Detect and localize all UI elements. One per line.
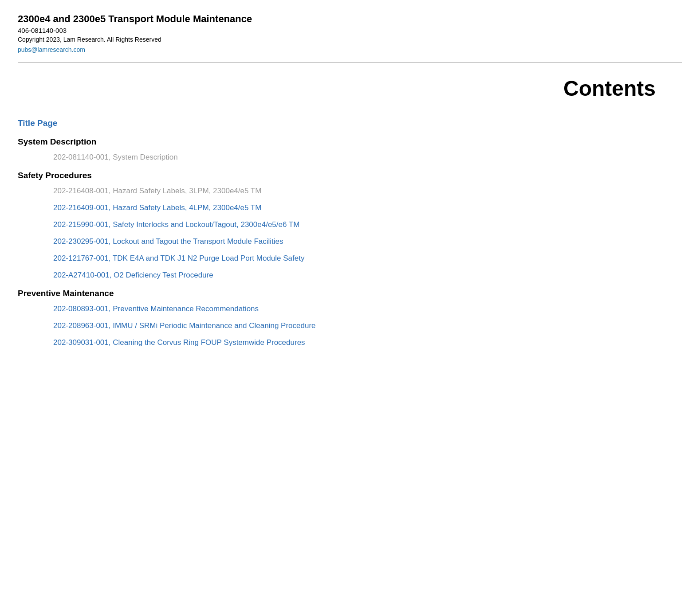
- title-page-link[interactable]: Title Page: [18, 118, 682, 128]
- toc-section-safety-procedures: Safety Procedures202-216408-001, Hazard …: [18, 171, 682, 280]
- toc-link[interactable]: 202-216409-001, Hazard Safety Labels, 4L…: [53, 203, 682, 212]
- toc-link: 202-081140-001, System Description: [53, 153, 682, 162]
- toc-link[interactable]: 202-121767-001, TDK E4A and TDK J1 N2 Pu…: [53, 254, 682, 263]
- toc-section-system-description: System Description202-081140-001, System…: [18, 137, 682, 162]
- toc-link[interactable]: 202-309031-001, Cleaning the Corvus Ring…: [53, 338, 682, 347]
- email-link[interactable]: pubs@lamresearch.com: [18, 46, 85, 53]
- doc-copyright: Copyright 2023, Lam Research. All Rights…: [18, 36, 682, 43]
- toc-link[interactable]: 202-A27410-001, O2 Deficiency Test Proce…: [53, 271, 682, 280]
- header-divider: [18, 63, 682, 63]
- doc-title: 2300e4 and 2300e5 Transport Module Maint…: [18, 13, 682, 25]
- section-heading-preventive-maintenance: Preventive Maintenance: [18, 289, 682, 298]
- title-page-section: Title Page: [18, 118, 682, 128]
- toc-section-preventive-maintenance: Preventive Maintenance202-080893-001, Pr…: [18, 289, 682, 347]
- contents-heading: Contents: [18, 76, 682, 101]
- toc-link[interactable]: 202-208963-001, IMMU / SRMi Periodic Mai…: [53, 321, 682, 330]
- section-heading-system-description: System Description: [18, 137, 682, 147]
- section-heading-safety-procedures: Safety Procedures: [18, 171, 682, 180]
- toc-link[interactable]: 202-080893-001, Preventive Maintenance R…: [53, 305, 682, 313]
- toc-link[interactable]: 202-230295-001, Lockout and Tagout the T…: [53, 237, 682, 246]
- header: 2300e4 and 2300e5 Transport Module Maint…: [18, 13, 682, 54]
- toc-link[interactable]: 202-215990-001, Safety Interlocks and Lo…: [53, 220, 682, 229]
- toc-sections: System Description202-081140-001, System…: [18, 137, 682, 347]
- toc-link: 202-216408-001, Hazard Safety Labels, 3L…: [53, 187, 682, 195]
- doc-email: pubs@lamresearch.com: [18, 46, 682, 54]
- doc-number: 406-081140-003: [18, 27, 682, 34]
